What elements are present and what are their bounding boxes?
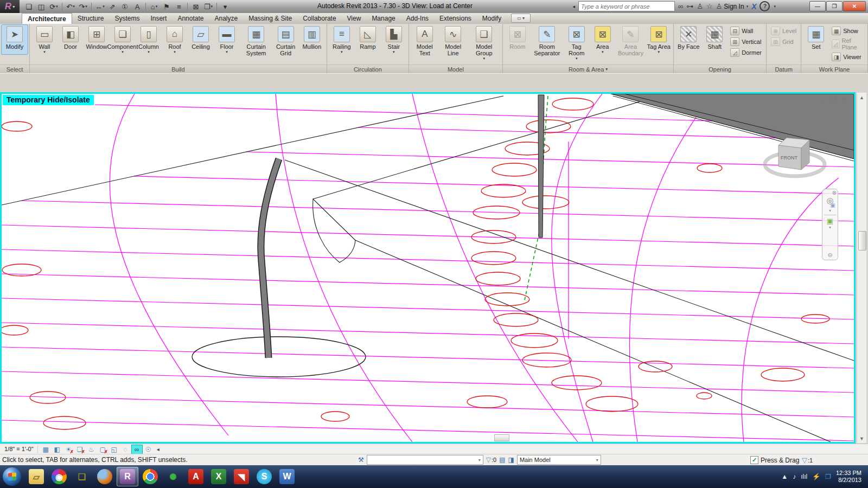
editable-only-filter[interactable]: ▽:0 <box>486 456 496 464</box>
crop-view-icon[interactable]: ▢✗ <box>98 445 108 454</box>
minimize-button[interactable]: — <box>809 1 826 11</box>
help-button[interactable]: ? <box>760 1 770 11</box>
ribbon-build-door-button[interactable]: ◧Door <box>58 25 84 54</box>
scroll-up-icon[interactable]: ▲ <box>858 93 866 101</box>
collapse-arrow-icon[interactable]: ◂ <box>157 446 159 452</box>
close-hidden-windows-button[interactable]: ⊠ <box>190 1 202 12</box>
ribbon-model-model-group-button[interactable]: ❑Model Group▾ <box>467 25 501 61</box>
tray-dropbox-icon[interactable]: ❒ <box>825 473 831 480</box>
ribbon-build-curtain-system-button[interactable]: ▦Curtain System <box>240 25 272 61</box>
ribbon-opening-by-face-button[interactable]: ✕By Face <box>675 25 701 54</box>
roof-slab[interactable] <box>611 94 854 161</box>
tray-volume-icon[interactable]: ♪ <box>793 473 796 480</box>
taskbar-picasa-icon[interactable]: ◉ <box>48 467 70 486</box>
ribbon-build-curtain-grid-button[interactable]: ▤Curtain Grid <box>272 25 298 61</box>
tab-extensions[interactable]: Extensions <box>434 13 477 24</box>
subscription-center-icon[interactable]: ⊶ <box>686 2 693 10</box>
default-3d-view-button[interactable]: ⌂▾ <box>148 1 160 12</box>
vertical-scrollbar-thumb[interactable] <box>858 231 866 251</box>
view-scale-button[interactable]: 1/8" = 1'-0" <box>3 446 38 453</box>
show-crop-region-icon[interactable]: ◱ <box>109 445 119 454</box>
vertical-mast[interactable] <box>538 95 544 237</box>
ribbon-build-column-button[interactable]: ▯Column▾ <box>136 25 162 54</box>
taskbar-picasa-viewer-icon[interactable]: ✺ <box>162 467 184 486</box>
tray-hidden-icons-arrow[interactable]: ▲ <box>781 473 788 480</box>
sign-in-button[interactable]: ♙ Sign In ▾ <box>716 2 749 10</box>
panel-title-select[interactable]: Select <box>0 65 29 73</box>
vertical-scrollbar[interactable]: ▲ ▼ <box>857 92 867 444</box>
taskbar-skype-icon[interactable]: S <box>253 467 275 486</box>
undo-button[interactable]: ↶▾ <box>65 1 76 12</box>
worksets-dialog-icon[interactable]: ▤ <box>499 456 505 464</box>
customize-qat-button[interactable]: ▾ <box>219 1 231 12</box>
tab-systems[interactable]: Systems <box>109 13 145 24</box>
ribbon-model-model-line-button[interactable]: ∿Model Line <box>439 25 468 61</box>
tab-analyze[interactable]: Analyze <box>209 13 243 24</box>
search-icon[interactable]: ∞ <box>678 2 683 10</box>
ribbon-opening-vertical-button[interactable]: ⊞Vertical <box>729 37 763 47</box>
tab-structure[interactable]: Structure <box>72 13 110 24</box>
measure-button[interactable]: ↔▾ <box>94 1 106 12</box>
ribbon-work-plane-show-button[interactable]: ▦Show <box>830 26 865 36</box>
infocenter-search-input[interactable] <box>578 1 675 11</box>
aligned-dimension-button[interactable]: ⇗ <box>106 1 118 12</box>
tab-massing-site[interactable]: Massing & Site <box>243 13 297 24</box>
communication-center-icon[interactable]: ♙ <box>697 2 703 10</box>
panel-title-datum[interactable]: Datum <box>767 65 801 73</box>
sun-path-icon[interactable]: ☀✗ <box>63 445 74 454</box>
ribbon-work-plane-ref-plane-button[interactable]: ◿Ref Plane <box>830 37 865 51</box>
ribbon-datum-level-button[interactable]: ⊕Level <box>769 26 798 36</box>
panel-title-model[interactable]: Model <box>409 65 502 73</box>
drawing-view-window[interactable]: FRONT Temporary Hide/Isolate — ❐ ✕ ⊗ ◎ ▣… <box>0 92 856 444</box>
panel-title-circulation[interactable]: Circulation <box>327 65 409 73</box>
ribbon-opening-dormer-button[interactable]: ◿Dormer <box>729 48 763 57</box>
ribbon-state-toggle-button[interactable]: ▭▾ <box>511 14 531 23</box>
visual-style-icon[interactable]: ◧ <box>52 445 62 454</box>
tab-add-ins[interactable]: Add-Ins <box>401 13 434 24</box>
tray-power-icon[interactable]: ⚡ <box>812 473 820 480</box>
ribbon-build-roof-button[interactable]: ⌂Roof▾ <box>162 25 188 54</box>
ribbon-room-area-tag-area-button[interactable]: ⊠Tag Area▾ <box>646 25 672 54</box>
exchange-apps-button[interactable]: X <box>751 2 756 11</box>
ribbon-room-area-room-separator-button[interactable]: ✎Room Separator <box>531 25 564 61</box>
tab-view[interactable]: View <box>342 13 367 24</box>
start-button[interactable] <box>3 467 21 486</box>
tag-by-category-button[interactable]: ① <box>119 1 131 12</box>
infocenter-collapse-icon[interactable]: ◂ <box>572 4 575 9</box>
curved-mast[interactable] <box>261 159 279 358</box>
ribbon-opening-wall-button[interactable]: ⊟Wall <box>729 26 763 36</box>
ribbon-room-area-room-button[interactable]: ⊠Room <box>505 25 531 54</box>
tab-architecture[interactable]: Architecture <box>22 13 72 24</box>
section-button[interactable]: ⚑ <box>161 1 173 12</box>
taskbar-acrobat-icon[interactable]: A <box>185 467 207 486</box>
ribbon-circulation-ramp-button[interactable]: ◺Ramp <box>355 25 381 54</box>
detail-level-icon[interactable]: ▦ <box>41 445 51 454</box>
redo-button[interactable]: ↷▾ <box>77 1 89 12</box>
ribbon-build-window-button[interactable]: ⊞Window <box>84 25 110 54</box>
panel-title-opening[interactable]: Opening <box>674 65 766 73</box>
panel-title-work-plane[interactable]: Work Plane <box>801 65 867 73</box>
navbar-minus-icon[interactable]: ⊖ <box>827 252 832 259</box>
ribbon-build-floor-button[interactable]: ▬Floor▾ <box>214 25 240 54</box>
close-button[interactable]: ✕ <box>843 1 866 11</box>
taskbar-revit-icon[interactable]: R <box>117 467 138 486</box>
ribbon-room-area-area-button[interactable]: ⊠Area▾ <box>590 25 616 54</box>
show-rendering-icon[interactable]: ♨ <box>86 445 97 454</box>
ribbon-model-model-text-button[interactable]: AModel Text <box>411 25 439 61</box>
press-drag-checkbox[interactable]: ✓ <box>750 456 758 464</box>
selection-filter-button[interactable]: ▽:1 <box>802 456 813 464</box>
tab-modify[interactable]: Modify <box>477 13 507 24</box>
taskbar-sticky-notes-icon[interactable]: ❏ <box>71 467 93 486</box>
panel-title-build[interactable]: Build <box>30 65 327 73</box>
ribbon-build-mullion-button[interactable]: ▥Mullion <box>299 25 325 54</box>
taskbar-word-icon[interactable]: W <box>276 467 298 486</box>
tab-annotate[interactable]: Annotate <box>172 13 209 24</box>
ribbon-build-ceiling-button[interactable]: ▱Ceiling <box>188 25 214 54</box>
design-options-icon[interactable]: ◨ <box>508 456 514 464</box>
taskbar-chrome-icon[interactable] <box>139 467 161 486</box>
open-button[interactable]: ❏ <box>23 1 35 12</box>
tab-manage[interactable]: Manage <box>366 13 400 24</box>
thin-lines-button[interactable]: ≡ <box>173 1 185 12</box>
taskbar-explorer-icon[interactable]: ▱ <box>25 467 47 486</box>
taskbar-firefox-icon[interactable] <box>94 467 116 486</box>
